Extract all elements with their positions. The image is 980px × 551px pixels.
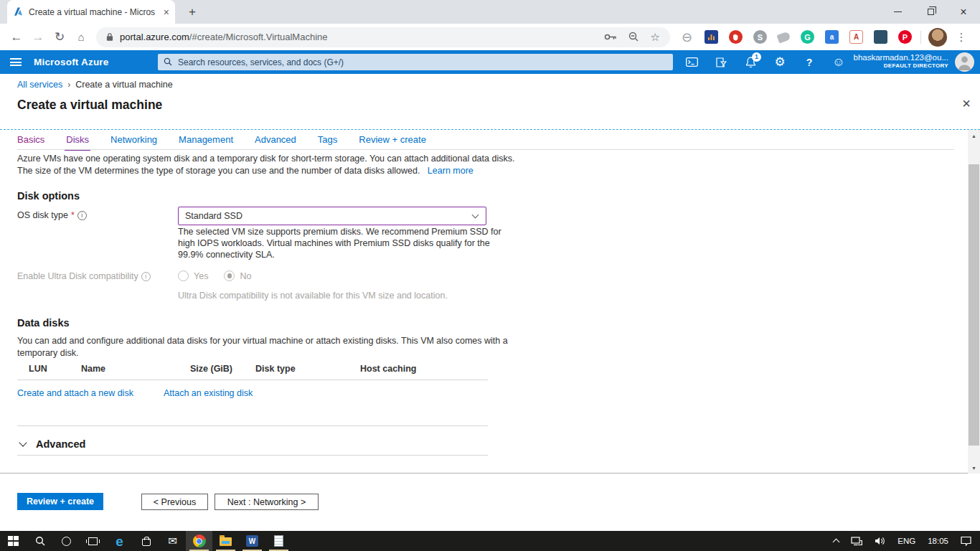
action-center-icon[interactable] (961, 536, 971, 546)
ultra-disk-label: Enable Ultra Disk compatibility i (17, 271, 151, 281)
tab-management[interactable]: Management (179, 134, 233, 145)
mail-icon[interactable]: ✉ (159, 531, 186, 551)
page-title: Create a virtual machine (17, 98, 162, 113)
column-size: Size (GiB) (190, 364, 232, 374)
new-tab-button[interactable]: + (185, 5, 199, 19)
url-text: portal.azure.com/#create/Microsoft.Virtu… (120, 32, 328, 42)
account-avatar[interactable] (955, 52, 974, 72)
taskbar-search-icon[interactable] (27, 531, 53, 551)
language-indicator[interactable]: ENG (897, 537, 915, 545)
extensions-row: ⊖ S G a A P (680, 30, 912, 44)
scrollbar-thumb[interactable] (969, 164, 979, 446)
chrome-icon[interactable] (186, 531, 212, 551)
tab-tags[interactable]: Tags (318, 134, 337, 145)
microsoft-store-icon[interactable] (133, 531, 159, 551)
tab-basics[interactable]: Basics (17, 134, 44, 145)
breadcrumb-all-services[interactable]: All services (17, 80, 62, 90)
back-icon[interactable]: ← (6, 30, 27, 44)
section-divider (17, 455, 488, 456)
os-disk-help-text: The selected VM size supports premium di… (178, 227, 501, 260)
previous-button[interactable]: < Previous (141, 494, 208, 510)
grammarly-icon[interactable]: G (801, 30, 814, 44)
browser-menu-icon[interactable]: ⋮ (954, 31, 969, 44)
chevron-down-icon (472, 212, 479, 219)
scroll-down-icon[interactable]: ▼ (968, 462, 980, 474)
hamburger-menu-icon[interactable] (10, 58, 22, 66)
search-icon (164, 57, 172, 66)
info-icon[interactable]: i (141, 272, 151, 281)
browser-tab[interactable]: Create a virtual machine - Micros × (7, 0, 175, 24)
skype-icon[interactable]: S (753, 30, 767, 44)
breadcrumb-chevron-icon: › (67, 80, 70, 90)
settings-gear-icon[interactable]: ⚙ (773, 56, 786, 69)
tabs-divider (17, 149, 954, 150)
zoom-out-icon[interactable] (628, 32, 639, 42)
create-attach-new-disk-link[interactable]: Create and attach a new disk (17, 388, 133, 398)
wizard-tabs: Basics Disks Networking Management Advan… (17, 131, 426, 147)
tab-networking[interactable]: Networking (110, 134, 157, 145)
column-name: Name (81, 364, 105, 374)
tab-review-create[interactable]: Review + create (359, 134, 426, 145)
word-icon[interactable]: W (239, 531, 265, 551)
dark-app-icon[interactable] (874, 30, 887, 44)
acrobat-icon[interactable]: A (849, 30, 863, 44)
start-button[interactable] (0, 531, 27, 551)
window-minimize-button[interactable] (881, 0, 914, 24)
feedback-smiley-icon[interactable]: ☺ (832, 56, 845, 69)
pinterest-icon[interactable]: P (898, 30, 912, 44)
tab-close-icon[interactable]: × (164, 7, 169, 17)
bookmark-star-icon[interactable]: ☆ (651, 32, 660, 42)
analytics-icon[interactable] (705, 30, 718, 44)
account-directory: DEFAULT DIRECTORY (853, 62, 948, 70)
global-search-input[interactable] (158, 54, 673, 70)
directory-filter-icon[interactable] (715, 56, 727, 69)
screen-capture-icon[interactable]: a (825, 30, 839, 44)
column-lun: LUN (29, 364, 47, 374)
intro-text: Azure VMs have one operating system disk… (17, 153, 514, 176)
task-view-icon[interactable] (80, 531, 106, 551)
window-restore-button[interactable] (914, 0, 947, 24)
help-icon[interactable]: ? (803, 56, 816, 69)
advanced-section-toggle[interactable]: Advanced (20, 435, 85, 453)
blade-close-icon[interactable]: × (962, 96, 971, 110)
network-icon[interactable] (851, 537, 862, 546)
home-icon[interactable]: ⌂ (70, 31, 92, 43)
edge-icon[interactable]: e (106, 531, 133, 551)
file-explorer-icon[interactable] (212, 531, 239, 551)
review-create-button[interactable]: Review + create (17, 493, 103, 510)
browser-tabstrip: Create a virtual machine - Micros × + × (0, 0, 980, 24)
forward-icon[interactable]: → (27, 30, 49, 44)
browser-profile-avatar[interactable] (928, 28, 947, 47)
reload-icon[interactable]: ↻ (49, 29, 70, 44)
password-key-icon[interactable] (604, 33, 617, 41)
learn-more-link[interactable]: Learn more (428, 166, 473, 176)
tab-advanced[interactable]: Advanced (255, 134, 296, 145)
window-close-button[interactable]: × (947, 0, 980, 24)
notifications-bell-icon[interactable]: 1 (744, 56, 757, 69)
tray-expand-icon[interactable] (833, 539, 840, 546)
hide-circle-icon[interactable]: ⊖ (680, 30, 694, 44)
cloud-shell-icon[interactable] (685, 56, 698, 69)
tag-icon[interactable] (776, 31, 791, 43)
volume-icon[interactable] (875, 537, 885, 545)
info-icon[interactable]: i (77, 211, 87, 220)
attach-existing-disk-link[interactable]: Attach an existing disk (164, 388, 253, 398)
clock[interactable]: 18:05 (928, 537, 948, 545)
next-networking-button[interactable]: Next : Networking > (215, 494, 319, 510)
account-info[interactable]: bhaskarmadan.123@ou... DEFAULT DIRECTORY (853, 52, 948, 70)
tab-disks[interactable]: Disks (66, 134, 89, 145)
stop-hand-icon[interactable] (729, 30, 743, 44)
azure-brand[interactable]: Microsoft Azure (34, 50, 109, 74)
toolbar-divider (920, 31, 921, 44)
url-bar[interactable]: portal.azure.com/#create/Microsoft.Virtu… (96, 27, 670, 47)
notepad-icon[interactable] (265, 531, 292, 551)
blade-scrollbar[interactable]: ▲ ▼ (968, 130, 980, 474)
windows-taskbar: e ✉ W ENG 18:05 (0, 531, 980, 551)
notification-badge: 1 (752, 52, 761, 62)
radio-selected-icon (224, 270, 235, 281)
column-host-caching: Host caching (360, 364, 417, 374)
ultra-disk-radios: Yes No (178, 270, 251, 281)
os-disk-type-dropdown[interactable]: Standard SSD (178, 207, 486, 225)
cortana-icon[interactable] (53, 531, 80, 551)
scroll-up-icon[interactable]: ▲ (968, 130, 980, 141)
